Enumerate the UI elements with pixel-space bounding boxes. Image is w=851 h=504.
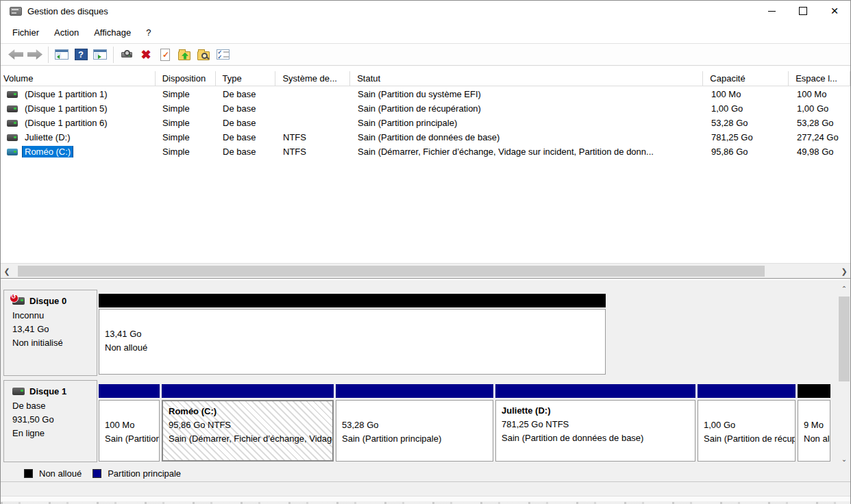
disk-name: Disque 0 [29,296,66,306]
volume-filesystem: NTFS [276,132,351,142]
scroll-left-arrow[interactable]: ❮ [1,264,13,279]
menu-help[interactable]: ? [138,24,158,41]
background-window-edge [1,481,850,504]
partition-info-line: Non alloué [105,341,605,355]
back-button[interactable] [6,46,25,64]
scroll-down-arrow[interactable]: ⌄ [838,453,850,465]
volume-capacite: 1,00 Go [704,103,790,114]
folder-up-button[interactable] [175,46,194,64]
partition-color-band [99,384,160,398]
column-header-statut[interactable]: Statut [350,71,703,86]
folder-up-icon [178,49,190,60]
partition-region[interactable]: 13,41 GoNon alloué [99,280,606,376]
horizontal-scroll-thumb[interactable] [18,266,765,277]
volume-espace-libre: 49,98 Go [790,147,851,157]
vertical-scroll-thumb[interactable] [839,297,850,381]
partition-info-line: 53,28 Go [342,418,493,432]
partition-color-band [99,294,606,307]
forward-icon [27,49,42,60]
minimize-button[interactable] [756,1,787,21]
volume-statut: Sain (Démarrer, Fichier d’échange, Vidag… [351,147,704,157]
legend: Non alloué Partition principale [1,465,850,481]
volume-statut: Sain (Partition de données de base) [351,132,704,142]
close-button[interactable]: × [819,1,850,21]
partition-info-line: 100 Mo [105,418,159,432]
rescan-disks-icon [121,52,132,58]
volume-capacite: 781,25 Go [704,132,790,142]
partition-body: 9 MoNon alloué [798,400,830,462]
volume-capacite: 53,28 Go [704,118,790,128]
partition-color-band [698,384,796,398]
show-console-tree-icon [55,49,69,60]
volume-espace-libre: 1,00 Go [790,103,851,114]
disk-label-0[interactable]: Disque 0Inconnu13,41 GoNon initialisé [3,290,97,376]
partition-info-line: Sain (Partition du système EFI) [105,432,159,446]
partition-color-band [798,384,830,398]
volume-capacite: 100 Mo [704,89,790,99]
partition-body: Roméo (C:)95,86 Go NTFSSain (Démarrer, F… [162,400,334,462]
table-row[interactable]: Juliette (D:)SimpleDe baseNTFSSain (Part… [1,130,850,144]
title-bar: Gestion des disques × [1,1,850,21]
volume-disposition: Simple [156,132,216,142]
legend-swatch-unallocated [24,469,33,478]
volume-espace-libre: 277,24 Go [790,132,851,142]
volume-icon [7,149,18,155]
volume-statut: Sain (Partition de récupération) [351,103,704,114]
table-row[interactable]: (Disque 1 partition 1)SimpleDe baseSain … [1,87,850,101]
volume-name: (Disque 1 partition 5) [23,103,110,114]
partition-body: 13,41 GoNon alloué [99,309,606,375]
volume-statut: Sain (Partition du système EFI) [351,89,704,99]
column-header-disposition[interactable]: Disposition [156,71,216,86]
menu-affichage[interactable]: Affichage [86,24,138,41]
partition-body: 100 MoSain (Partition du système EFI) [99,400,160,462]
menu-fichier[interactable]: Fichier [5,24,47,41]
delete-button[interactable]: ✖ [136,46,156,64]
volume-name: (Disque 1 partition 1) [23,88,110,100]
volume-table-header: Volume Disposition Type Système de... St… [1,71,850,86]
menu-action[interactable]: Action [47,24,86,41]
folder-search-button[interactable] [194,46,213,64]
column-header-espace[interactable]: Espace l... [789,71,850,86]
column-header-capacite[interactable]: Capacité [703,71,789,86]
rescan-disks-button[interactable] [117,46,136,64]
vertical-scrollbar: ⌃ ⌄ [838,283,850,465]
partition-info-line: Sain (Démarrer, Fichier d’échange, Vidag… [169,432,332,446]
partition-color-band [336,384,493,398]
volume-espace-libre: 100 Mo [790,89,851,99]
help-button[interactable]: ? [71,46,90,64]
volume-name: (Disque 1 partition 6) [23,117,110,129]
disk-graph-pane: Disque 0Inconnu13,41 GoNon initialisé13,… [1,280,850,465]
volume-type: De base [216,103,276,114]
table-row[interactable]: (Disque 1 partition 6)SimpleDe baseSain … [1,116,850,130]
toolbar: ?✖✓✓ [1,43,850,66]
disk-name: Disque 1 [29,386,66,396]
help-icon: ? [75,49,88,60]
scroll-right-arrow[interactable]: ❯ [838,264,850,279]
volume-type: De base [216,118,276,128]
column-header-volume[interactable]: Volume [1,71,156,86]
volume-table-body: (Disque 1 partition 1)SimpleDe baseSain … [1,87,850,159]
show-console-tree-button[interactable] [52,46,71,64]
forward-button[interactable] [25,46,45,64]
column-header-type[interactable]: Type [216,71,276,86]
partition-body: 53,28 GoSain (Partition principale) [336,400,493,462]
check-document-icon [160,49,170,61]
partition-info-line: Non alloué [804,432,830,446]
column-header-filesystem[interactable]: Système de... [275,71,350,86]
maximize-button[interactable] [787,1,819,21]
toolbar-separator [113,47,114,63]
volume-list: Volume Disposition Type Système de... St… [1,66,850,263]
table-row[interactable]: (Disque 1 partition 5)SimpleDe baseSain … [1,101,850,116]
scroll-up-arrow[interactable]: ⌃ [838,283,850,294]
window-title: Gestion des disques [27,6,108,16]
volume-filesystem: NTFS [276,147,351,157]
disk-label-1[interactable]: Disque 1De base931,50 GoEn ligne [3,380,97,462]
partition-info-line: 95,86 Go NTFS [169,418,332,432]
partition-info-line: Sain (Partition de récupération) [704,432,795,446]
table-row[interactable]: Roméo (C:)SimpleDe baseNTFSSain (Démarre… [1,144,850,159]
volume-icon [7,134,18,141]
show-action-pane-button[interactable] [90,46,110,64]
check-document-button[interactable] [156,46,175,64]
legend-item-primary: Partition principale [92,468,181,479]
task-list-button[interactable]: ✓✓ [213,46,232,64]
